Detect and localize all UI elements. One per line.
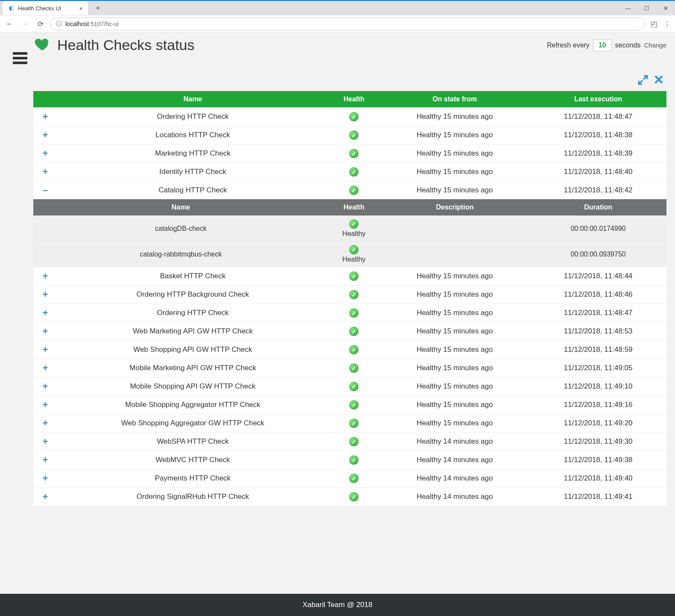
row-last-exec: 11/12/2018, 11:48:53 (530, 322, 666, 341)
row-state: Healthy 15 minutes ago (379, 414, 530, 433)
row-expander[interactable]: + (33, 304, 57, 322)
row-last-exec: 11/12/2018, 11:49:05 (530, 359, 666, 377)
status-ok-icon: ✓ (349, 419, 358, 428)
row-state: Healthy 15 minutes ago (379, 108, 530, 126)
row-expander[interactable]: + (33, 322, 57, 341)
row-state: Healthy 15 minutes ago (379, 359, 530, 377)
table-row: +WebSPA HTTP Check✓Healthy 14 minutes ag… (33, 433, 666, 451)
expand-icon[interactable]: + (43, 418, 48, 428)
row-health: ✓ (328, 108, 379, 126)
row-state: Healthy 15 minutes ago (379, 377, 530, 396)
row-last-exec: 11/12/2018, 11:48:47 (530, 108, 666, 126)
expand-icon[interactable]: + (43, 473, 48, 483)
status-ok-icon: ✓ (349, 112, 358, 121)
close-panel-icon[interactable] (654, 74, 664, 87)
row-state: Healthy 15 minutes ago (379, 126, 530, 144)
table-row: +Ordering HTTP Background Check✓Healthy … (33, 286, 666, 304)
expand-icon[interactable]: + (43, 363, 48, 373)
row-last-exec: 11/12/2018, 11:49:30 (530, 433, 666, 451)
row-expander[interactable]: + (33, 377, 57, 396)
row-expander[interactable]: + (33, 359, 57, 377)
row-health: ✓ (328, 267, 379, 286)
sub-table-header: NameHealthDescriptionDuration (33, 199, 666, 216)
sub-col-name: Name (33, 199, 328, 216)
sub-col-health: Health (328, 199, 379, 216)
expand-icon[interactable]: + (43, 289, 48, 300)
expand-icon[interactable]: + (43, 326, 48, 336)
table-row: +Locations HTTP Check✓Healthy 15 minutes… (33, 126, 666, 144)
expand-icon[interactable]: + (43, 344, 48, 355)
sub-row-duration: 00:00:00.0939750 (530, 242, 666, 267)
expand-icon[interactable]: + (43, 436, 48, 447)
table-row: +Ordering HTTP Check✓Healthy 15 minutes … (33, 108, 666, 126)
table-header-row: Name Health On state from Last execution (33, 91, 666, 108)
collapse-icon[interactable]: – (43, 185, 48, 195)
table-row: +Mobile Shopping API GW HTTP Check✓Healt… (33, 377, 666, 396)
row-expander[interactable]: + (33, 488, 57, 506)
expand-icon[interactable]: + (43, 491, 48, 502)
row-expander[interactable]: + (33, 286, 57, 304)
row-name: Ordering HTTP Background Check (57, 286, 328, 304)
menu-icon[interactable]: ⋮ (663, 20, 671, 29)
row-expander[interactable]: + (33, 469, 57, 488)
row-expander[interactable]: + (33, 396, 57, 414)
row-state: Healthy 15 minutes ago (379, 341, 530, 359)
expand-icon[interactable]: + (43, 111, 48, 122)
row-expander[interactable]: – (33, 181, 57, 200)
status-ok-icon: ✓ (349, 345, 358, 354)
window-maximize-icon[interactable]: ☐ (637, 1, 656, 15)
change-link[interactable]: Change (644, 41, 666, 49)
status-ok-icon: ✓ (349, 437, 358, 446)
row-state: Healthy 15 minutes ago (379, 304, 530, 322)
tab-strip: ◧ Health Checks UI × + — ☐ ✕ (0, 0, 675, 15)
expand-icon[interactable]: + (43, 307, 48, 318)
row-name: Web Shopping Aggregator GW HTTP Check (57, 414, 328, 433)
expand-icon[interactable]: + (43, 381, 48, 392)
row-expander[interactable]: + (33, 144, 57, 163)
row-expander[interactable]: + (33, 433, 57, 451)
hamburger-menu-button[interactable] (13, 50, 27, 66)
window-close-icon[interactable]: ✕ (656, 1, 675, 15)
status-ok-icon: ✓ (349, 308, 358, 318)
profile-icon[interactable]: ◰ (651, 20, 657, 29)
refresh-interval-input[interactable] (593, 39, 612, 51)
table-row: +Basket HTTP Check✓Healthy 15 minutes ag… (33, 267, 666, 286)
row-last-exec: 11/12/2018, 11:48:38 (530, 126, 666, 144)
expand-icon[interactable]: + (43, 399, 48, 410)
expand-fullscreen-icon[interactable] (637, 74, 649, 87)
expand-icon[interactable]: + (43, 148, 48, 159)
tab-close-icon[interactable]: × (79, 5, 83, 12)
row-health: ✓ (328, 144, 379, 163)
nav-forward-icon[interactable]: → (20, 18, 31, 30)
row-expander[interactable]: + (33, 126, 57, 144)
expand-icon[interactable]: + (43, 166, 48, 177)
expand-icon[interactable]: + (43, 454, 48, 465)
expand-icon[interactable]: + (43, 130, 48, 140)
table-row: +Web Marketing API GW HTTP Check✓Healthy… (33, 322, 666, 341)
row-expander[interactable]: + (33, 163, 57, 181)
row-expander[interactable]: + (33, 341, 57, 359)
row-state: Healthy 15 minutes ago (379, 267, 530, 286)
table-row: –Catalog HTTP Check✓Healthy 15 minutes a… (33, 181, 666, 200)
row-health: ✓ (328, 322, 379, 341)
page-body: Health Checks status Refresh every secon… (0, 33, 675, 594)
row-expander[interactable]: + (33, 414, 57, 433)
nav-reload-icon[interactable]: ⟳ (36, 18, 45, 30)
row-name: Mobile Marketing API GW HTTP Check (57, 359, 328, 377)
status-ok-icon: ✓ (349, 400, 358, 410)
row-expander[interactable]: + (33, 108, 57, 126)
site-info-icon[interactable]: ⓘ (56, 20, 62, 28)
row-last-exec: 11/12/2018, 11:48:44 (530, 267, 666, 286)
status-ok-icon: ✓ (349, 382, 358, 391)
row-expander[interactable]: + (33, 451, 57, 469)
row-health: ✓ (328, 126, 379, 144)
omnibox[interactable]: ⓘ localhost:5107/hc-ui (50, 18, 646, 30)
row-health: ✓ (328, 181, 379, 200)
row-last-exec: 11/12/2018, 11:49:10 (530, 377, 666, 396)
row-expander[interactable]: + (33, 267, 57, 286)
window-minimize-icon[interactable]: — (619, 1, 637, 15)
browser-tab[interactable]: ◧ Health Checks UI × (3, 1, 88, 15)
nav-back-icon[interactable]: ← (4, 18, 15, 30)
new-tab-button[interactable]: + (92, 2, 104, 15)
expand-icon[interactable]: + (43, 271, 48, 281)
